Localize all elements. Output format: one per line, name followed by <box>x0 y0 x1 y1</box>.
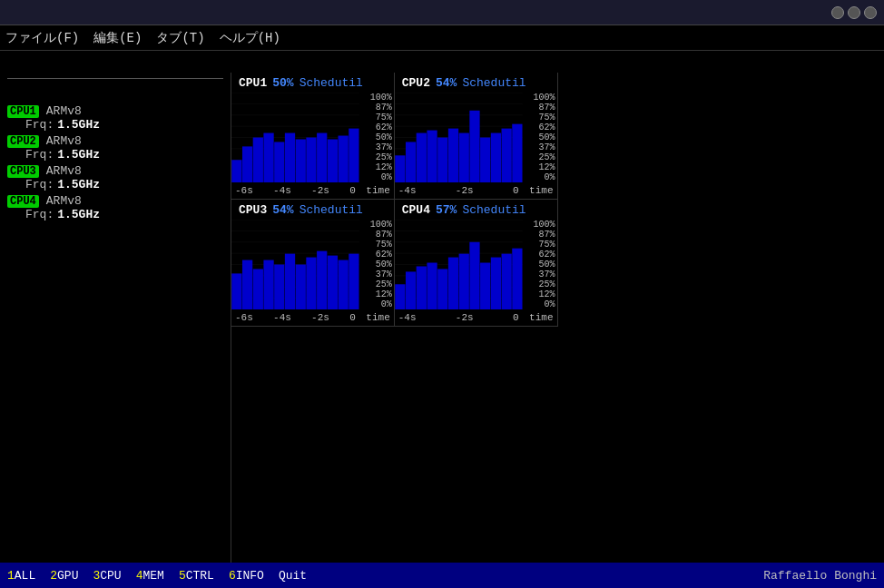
cpu3-name: CPU3 <box>239 203 267 217</box>
cpu3-graph-container: CPU354%Schedutil100%87%75%62%50%37%25%12… <box>231 200 395 327</box>
cpu-list: CPU1ARMv8Frq:1.5GHzCPU2ARMv8Frq:1.5GHzCP… <box>7 104 223 221</box>
cpu1-graph-container: CPU150%Schedutil100%87%75%62%50%37%25%12… <box>231 73 395 200</box>
cpu3-y-axis: 100%87%75%62%50%37%25%12%0% <box>359 220 394 309</box>
cpu3-arch: ARMv8 <box>46 164 82 178</box>
cpu2-graph-header: CPU254%Schedutil <box>395 73 557 93</box>
svg-rect-17 <box>317 133 327 182</box>
cpu1-util: Schedutil <box>300 76 363 90</box>
status-bar: 1ALL2GPU3CPU4MEM5CTRL6INFOQuitRaffaello … <box>0 563 884 588</box>
svg-rect-10 <box>242 146 252 182</box>
svg-rect-80 <box>480 263 490 309</box>
status-item-gpu[interactable]: 2GPU <box>50 569 78 583</box>
svg-rect-35 <box>448 129 458 182</box>
svg-rect-62 <box>349 254 359 309</box>
svg-rect-20 <box>349 129 359 182</box>
cpu2-row: CPU2ARMv8 <box>7 134 223 148</box>
svg-rect-31 <box>406 142 416 182</box>
maximize-button[interactable] <box>848 6 860 19</box>
menu-item[interactable]: ファイル(F) <box>5 30 79 46</box>
cpu2-util: Schedutil <box>462 76 525 90</box>
cpu3-frq-row: Frq:1.5GHz <box>25 178 223 191</box>
cpu4-frq-row: Frq:1.5GHz <box>25 208 223 221</box>
cpu1-arch: ARMv8 <box>46 104 82 118</box>
cpu4-name: CPU4 <box>402 203 430 217</box>
cpu3-pct: 54% <box>272 203 293 217</box>
platform-title <box>7 76 223 79</box>
menu-bar: ファイル(F)編集(E)タブ(T)ヘルプ(H) <box>0 25 884 51</box>
svg-rect-60 <box>328 256 338 309</box>
cpu4-badge: CPU4 <box>7 195 39 208</box>
cpu3-x-axis: -6s-4s-2s0time <box>231 309 394 326</box>
cpu1-frq-row: Frq:1.5GHz <box>25 118 223 132</box>
status-item-quit[interactable]: Quit <box>279 569 307 583</box>
status-item-mem[interactable]: 4MEM <box>136 569 164 583</box>
cpu3-svg <box>231 220 359 309</box>
cpu1-pct: 50% <box>272 76 293 90</box>
svg-rect-79 <box>469 242 479 309</box>
cpu2-name: CPU2 <box>402 76 430 90</box>
cpu1-svg <box>231 93 359 182</box>
svg-rect-52 <box>242 260 252 309</box>
svg-rect-81 <box>491 258 501 309</box>
cpu1-x-axis: -6s-4s-2s0time <box>231 182 394 199</box>
svg-rect-38 <box>480 138 490 183</box>
svg-rect-9 <box>231 160 241 182</box>
cpu2-frq-row: Frq:1.5GHz <box>25 148 223 162</box>
cpu3-util: Schedutil <box>300 203 363 217</box>
svg-rect-12 <box>263 133 273 182</box>
status-item-info[interactable]: 6INFO <box>229 569 264 583</box>
svg-rect-76 <box>437 269 447 309</box>
cpu2-pct: 54% <box>436 76 457 90</box>
cpu3-row: CPU3ARMv8 <box>7 164 223 178</box>
main-content: CPU1ARMv8Frq:1.5GHzCPU2ARMv8Frq:1.5GHzCP… <box>0 73 884 563</box>
cpu4-util: Schedutil <box>462 203 525 217</box>
status-item-all[interactable]: 1ALL <box>7 569 35 583</box>
svg-rect-41 <box>512 124 522 182</box>
menu-item[interactable]: タブ(T) <box>156 30 204 46</box>
svg-rect-53 <box>253 269 263 309</box>
svg-rect-40 <box>501 129 511 182</box>
svg-rect-83 <box>512 249 522 309</box>
svg-rect-82 <box>501 254 511 309</box>
svg-rect-74 <box>416 266 426 309</box>
svg-rect-54 <box>263 260 273 309</box>
cpu1-row: CPU1ARMv8 <box>7 104 223 118</box>
credit-text: Raffaello Bonghi <box>763 569 877 583</box>
svg-rect-18 <box>328 139 338 182</box>
svg-rect-13 <box>274 142 284 182</box>
menu-item[interactable]: 編集(E) <box>93 30 142 46</box>
svg-rect-30 <box>395 155 405 182</box>
cpu2-y-axis: 100%87%75%62%50%37%25%12%0% <box>523 93 557 182</box>
svg-rect-55 <box>274 265 284 310</box>
cpu4-x-axis: -4s-2s0time <box>395 309 557 326</box>
cpu4-graph-container: CPU457%Schedutil100%87%75%62%50%37%25%12… <box>395 200 558 327</box>
left-panel: CPU1ARMv8Frq:1.5GHzCPU2ARMv8Frq:1.5GHzCP… <box>0 73 231 563</box>
cpu1-y-axis: 100%87%75%62%50%37%25%12%0% <box>359 93 394 182</box>
svg-rect-19 <box>339 136 349 182</box>
svg-rect-75 <box>427 263 437 309</box>
svg-rect-33 <box>427 131 437 182</box>
svg-rect-72 <box>395 284 405 309</box>
cpu1-badge: CPU1 <box>7 105 39 118</box>
cpu2-graph-container: CPU254%Schedutil100%87%75%62%50%37%25%12… <box>395 73 558 200</box>
svg-rect-37 <box>469 111 479 182</box>
cpu2-x-axis: -4s-2s0time <box>395 182 557 199</box>
svg-rect-57 <box>296 265 306 310</box>
cpu2-arch: ARMv8 <box>46 134 82 148</box>
close-button[interactable] <box>864 6 877 19</box>
cpu4-row: CPU4ARMv8 <box>7 194 223 208</box>
svg-rect-56 <box>285 254 295 309</box>
menu-item[interactable]: ヘルプ(H) <box>220 30 280 46</box>
svg-rect-78 <box>458 254 468 309</box>
cpu3-badge: CPU3 <box>7 165 39 178</box>
minimize-button[interactable] <box>831 6 844 19</box>
status-item-cpu[interactable]: 3CPU <box>93 569 121 583</box>
status-item-ctrl[interactable]: 5CTRL <box>179 569 214 583</box>
cpu2-badge: CPU2 <box>7 135 39 148</box>
cpu4-y-axis: 100%87%75%62%50%37%25%12%0% <box>523 220 557 309</box>
cpu4-pct: 57% <box>436 203 457 217</box>
cpu4-graph-header: CPU457%Schedutil <box>395 200 557 220</box>
svg-rect-36 <box>458 133 468 182</box>
svg-rect-39 <box>491 133 501 182</box>
cpu4-arch: ARMv8 <box>46 194 82 208</box>
